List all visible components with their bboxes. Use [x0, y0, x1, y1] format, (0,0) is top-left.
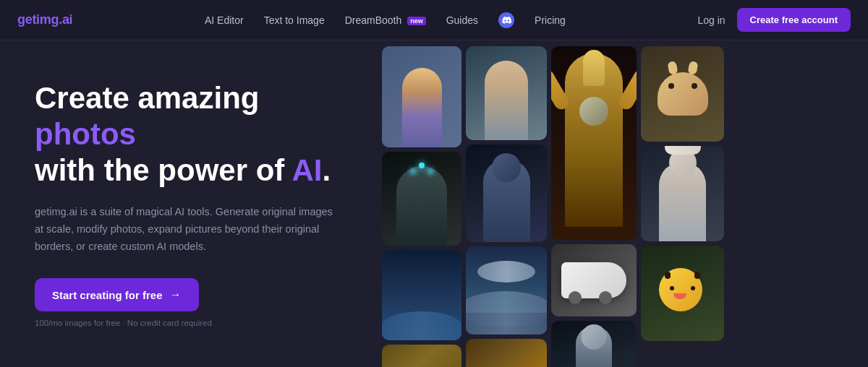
nav-links: AI Editor Text to Image DreamBooth new G…	[205, 12, 566, 28]
grid-image	[466, 144, 547, 242]
grid-col-1	[382, 46, 461, 367]
discord-icon[interactable]	[498, 12, 514, 28]
brand-name: getimg.ai	[17, 12, 72, 27]
grid-image	[382, 46, 461, 147]
grid-image	[551, 46, 637, 240]
grid-image	[466, 246, 547, 334]
grid-image	[382, 345, 461, 367]
image-grid	[376, 40, 868, 367]
grid-col-4	[641, 46, 724, 367]
nav-link-text-to-image[interactable]: Text to Image	[264, 14, 325, 26]
grid-image	[382, 250, 461, 340]
grid-image	[641, 146, 724, 241]
grid-image	[641, 246, 724, 341]
start-cta-label: Start creating for free	[52, 289, 163, 301]
nav-link-dreambooth[interactable]: DreamBooth new	[345, 14, 426, 26]
nav-link-guides[interactable]: Guides	[446, 14, 478, 26]
hero-section: Create amazing photos with the power of …	[0, 40, 376, 367]
nav-link-ai-editor[interactable]: AI Editor	[205, 14, 244, 26]
brand-logo[interactable]: getimg.ai	[17, 12, 72, 27]
nav-link-pricing[interactable]: Pricing	[535, 14, 566, 26]
grid-image	[551, 321, 637, 367]
dreambooth-badge: new	[407, 17, 426, 25]
main-content: Create amazing photos with the power of …	[0, 40, 868, 367]
grid-image	[551, 244, 637, 316]
hero-description: getimg.ai is a suite of magical AI tools…	[35, 204, 341, 256]
start-cta-button[interactable]: Start creating for free →	[35, 278, 199, 311]
grid-col-3	[551, 46, 637, 367]
grid-col-2	[466, 46, 547, 367]
navbar: getimg.ai AI Editor Text to Image DreamB…	[0, 0, 868, 40]
login-button[interactable]: Log in	[697, 14, 725, 26]
grid-image	[466, 46, 547, 140]
arrow-icon: →	[170, 288, 182, 301]
grid-image	[382, 152, 461, 246]
grid-columns	[382, 46, 724, 367]
navbar-actions: Log in Create free account	[697, 8, 851, 32]
hero-note: 100/mo images for free · No credit card …	[35, 319, 341, 327]
create-account-button[interactable]: Create free account	[737, 8, 851, 32]
hero-title: Create amazing photos with the power of …	[35, 80, 341, 189]
grid-image	[466, 339, 547, 367]
grid-image	[641, 46, 724, 142]
